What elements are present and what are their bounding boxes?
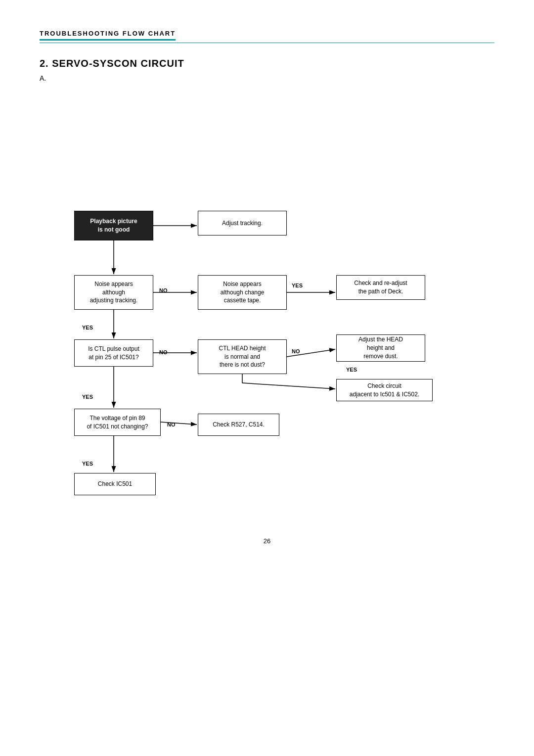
fc-label-6: YES <box>82 394 93 400</box>
sub-label: A. <box>40 74 494 82</box>
fc-box-check_redj: Check and re-adjust the path of Deck. <box>336 275 425 300</box>
fc-label-8: YES <box>82 461 93 467</box>
fc-box-check_circ: Check circuit adjacent to Ic501 & IC502. <box>336 379 433 401</box>
fc-label-1: YES <box>292 283 303 288</box>
svg-line-9 <box>242 383 335 389</box>
flowchart: Playback picture is not goodAdjust track… <box>44 97 490 518</box>
header-line <box>40 43 494 43</box>
fc-box-noise1: Noise appears although adjusting trackin… <box>74 275 153 310</box>
fc-box-check_r527: Check R527, C514. <box>198 414 279 436</box>
fc-label-0: NO <box>159 287 168 293</box>
header-section: TROUBLESHOOTING FLOW CHART <box>40 30 494 43</box>
fc-label-4: NO <box>292 348 300 354</box>
fc-box-noise2: Noise appears although change cassette t… <box>198 275 287 310</box>
header-title: TROUBLESHOOTING FLOW CHART <box>40 30 176 41</box>
fc-box-ctl_head: CTL HEAD height is normal and there is n… <box>198 339 287 374</box>
fc-box-ctl_pulse: Is CTL pulse output at pin 25 of IC501? <box>74 339 153 367</box>
fc-box-voltage89: The voltage of pin 89 of IC501 not chang… <box>74 409 161 436</box>
section-title: 2. SERVO-SYSCON CIRCUIT <box>40 58 494 69</box>
fc-label-3: NO <box>159 349 168 355</box>
fc-box-check_ic501: Check IC501 <box>74 473 156 495</box>
svg-line-11 <box>161 422 197 425</box>
fc-box-adjust_tracking: Adjust tracking. <box>198 211 287 236</box>
fc-label-7: NO <box>167 422 176 427</box>
fc-label-5: YES <box>346 367 357 373</box>
fc-label-2: YES <box>82 325 93 331</box>
page-number: 26 <box>40 537 494 545</box>
fc-box-start: Playback picture is not good <box>74 211 153 240</box>
fc-box-adj_head: Adjust the HEAD height and remove dust. <box>336 334 425 362</box>
